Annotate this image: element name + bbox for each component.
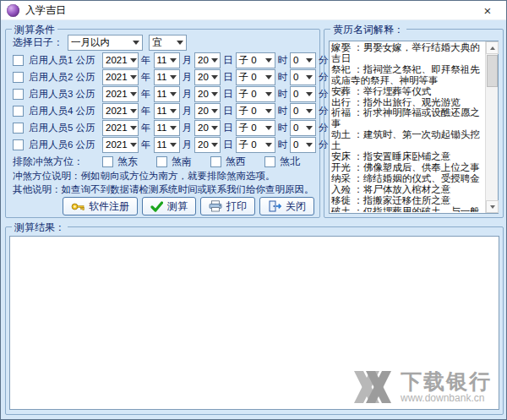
register-button-label: 软件注册 [89, 199, 129, 214]
month-value: 11 [157, 106, 167, 116]
day-dropdown[interactable]: 20 [194, 52, 221, 68]
month-dropdown[interactable]: 11 [154, 69, 180, 85]
day-dropdown[interactable]: 20 [194, 137, 221, 153]
exclude-option-label: 煞北 [280, 155, 300, 169]
person-enable-checkbox[interactable] [13, 106, 24, 117]
exclude-option: 煞西 [210, 155, 246, 169]
day-dropdown[interactable]: 20 [194, 103, 221, 119]
month-dropdown[interactable]: 11 [154, 52, 180, 68]
register-button[interactable]: 软件注册 [63, 197, 138, 215]
year-dropdown[interactable]: 2021 [102, 120, 139, 136]
chevron-down-icon [130, 92, 137, 96]
minute-value: 0 [293, 55, 298, 65]
minute-dropdown[interactable]: 0 [290, 86, 316, 102]
person-enable-checkbox[interactable] [13, 139, 24, 150]
hour-value: 子 0 [239, 122, 257, 134]
hour-unit-label: 时 [278, 122, 288, 134]
hour-dropdown[interactable]: 子 0 [236, 137, 275, 153]
watermark-name: 下载银行 [401, 370, 492, 392]
person-enable-checkbox[interactable] [13, 55, 24, 66]
year-value: 2021 [106, 89, 128, 99]
exclude-checkbox[interactable] [264, 156, 275, 167]
person-enable-checkbox[interactable] [13, 89, 24, 100]
person-row-label: 启用人员5 公历 [29, 122, 100, 134]
day-value: 20 [198, 72, 209, 82]
day-dropdown[interactable]: 20 [194, 86, 221, 102]
exclude-direction-row: 排除冲煞方位： 煞东 煞南 煞西 煞北 [13, 155, 300, 169]
year-dropdown[interactable]: 2021 [102, 69, 139, 85]
person-enable-checkbox[interactable] [13, 72, 24, 83]
chevron-down-icon [265, 126, 272, 130]
year-dropdown[interactable]: 2021 [102, 52, 139, 68]
day-dropdown[interactable]: 20 [194, 120, 221, 136]
hour-dropdown[interactable]: 子 0 [236, 103, 275, 119]
year-unit-label: 年 [141, 54, 151, 67]
close-button[interactable]: × [469, 1, 506, 19]
minute-dropdown[interactable]: 0 [290, 137, 316, 153]
exclude-option-label: 煞南 [172, 155, 192, 169]
day-unit-label: 日 [223, 88, 233, 101]
result-textarea[interactable]: 下载银行 www.downbank.cn [9, 236, 499, 410]
person-row: 启用人员3 公历 2021 年 11 月 20 日 子 0 时 0 分 [13, 85, 317, 102]
month-dropdown[interactable]: 11 [154, 120, 180, 136]
month-dropdown[interactable]: 11 [154, 137, 180, 153]
day-value: 20 [198, 123, 209, 133]
window-title: 入学吉日 [25, 3, 66, 18]
almanac-group-title: 黄历名词解释： [330, 23, 406, 37]
print-button[interactable]: 打印 [200, 197, 255, 215]
hour-dropdown[interactable]: 子 0 [236, 69, 275, 85]
day-value: 20 [198, 55, 209, 65]
hour-dropdown[interactable]: 子 0 [236, 120, 275, 136]
minute-value: 0 [293, 72, 298, 82]
scroll-down-button[interactable] [486, 200, 499, 213]
chevron-down-icon [211, 109, 218, 113]
month-dropdown[interactable]: 11 [154, 86, 180, 102]
year-dropdown[interactable]: 2021 [102, 86, 139, 102]
day-dropdown[interactable]: 20 [194, 69, 221, 85]
minute-dropdown[interactable]: 0 [290, 69, 316, 85]
scroll-thumb[interactable] [487, 55, 498, 87]
chevron-down-icon [170, 75, 177, 79]
minute-dropdown[interactable]: 0 [290, 103, 316, 119]
month-unit-label: 月 [183, 122, 193, 134]
person-row: 启用人员2 公历 2021 年 11 月 20 日 子 0 时 0 分 [13, 68, 317, 85]
close-dialog-button-label: 关闭 [286, 199, 306, 214]
year-value: 2021 [106, 123, 128, 133]
chevron-down-icon [211, 58, 218, 63]
minute-dropdown[interactable]: 0 [290, 120, 316, 136]
date-type-dropdown[interactable]: 宜 [149, 35, 187, 51]
date-select-label: 选择日子： [13, 35, 63, 50]
hour-dropdown[interactable]: 子 0 [236, 86, 275, 102]
exclude-checkbox[interactable] [156, 156, 167, 167]
direction-note: 冲煞方位说明：例如朝向或方位为南方，就要排除煞南选项。 [13, 170, 275, 183]
minute-value: 0 [293, 106, 298, 116]
hour-value: 子 0 [239, 54, 257, 67]
chevron-down-icon [306, 92, 313, 96]
exclude-checkbox[interactable] [102, 156, 113, 167]
close-dialog-button[interactable]: 关闭 [259, 197, 314, 215]
chevron-down-icon [306, 58, 313, 63]
person-row-label: 启用人员2 公历 [29, 71, 100, 84]
exclude-checkbox[interactable] [210, 156, 221, 167]
chevron-down-icon [265, 75, 272, 79]
person-enable-checkbox[interactable] [13, 123, 24, 134]
print-button-label: 打印 [226, 199, 247, 214]
person-row: 启用人员6 公历 2021 年 11 月 20 日 子 0 时 0 分 [13, 136, 317, 153]
hour-dropdown[interactable]: 子 0 [236, 52, 275, 68]
minute-dropdown[interactable]: 0 [290, 52, 316, 68]
month-dropdown[interactable]: 11 [154, 103, 180, 119]
almanac-listbox[interactable]: 嫁娶 ：男娶女嫁，举行结婚大典的吉日 祭祀 ：指祠堂之祭祀、即拜祭祖先或庙寺的祭… [329, 41, 499, 214]
printer-icon [209, 200, 222, 212]
scroll-up-button[interactable] [486, 41, 499, 54]
date-range-dropdown[interactable]: 一月以内 [68, 35, 143, 51]
year-dropdown[interactable]: 2021 [102, 103, 139, 119]
chevron-down-icon [130, 143, 137, 147]
almanac-scrollbar[interactable] [485, 41, 498, 213]
year-dropdown[interactable]: 2021 [102, 137, 139, 153]
month-unit-label: 月 [183, 139, 193, 151]
chevron-down-icon [170, 126, 177, 130]
calculate-button[interactable]: 测算 [142, 197, 196, 215]
exclude-option: 煞北 [264, 155, 300, 169]
exclude-option-label: 煞西 [226, 155, 246, 169]
triangle-up-icon [490, 46, 495, 50]
